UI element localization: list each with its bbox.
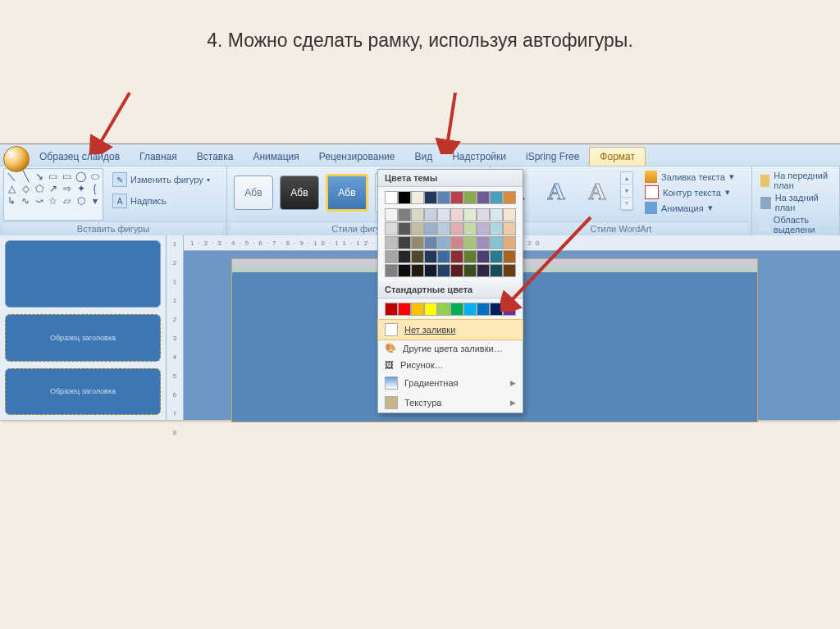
tab-home[interactable]: Главная [130, 148, 187, 166]
wordart-gallery-scroll[interactable]: ▴▾▿ [620, 171, 633, 211]
color-swatch[interactable] [398, 208, 411, 221]
color-swatch[interactable] [463, 250, 477, 263]
color-swatch[interactable] [463, 303, 477, 316]
color-swatch[interactable] [437, 208, 450, 221]
color-swatch[interactable] [398, 236, 411, 249]
tab-animation[interactable]: Анимация [243, 148, 308, 166]
annotation-arrow-left [89, 89, 138, 154]
color-swatch[interactable] [463, 191, 477, 204]
color-swatch[interactable] [398, 222, 411, 235]
color-swatch[interactable] [398, 303, 411, 316]
text-animation-button[interactable]: Анимация ▾ [640, 201, 739, 215]
text-fill-button[interactable]: Заливка текста ▾ [640, 170, 739, 184]
color-swatch[interactable] [463, 264, 477, 277]
color-swatch[interactable] [477, 222, 490, 235]
shapes-gallery[interactable]: ＼╲↘▭▭◯⬭ △◇⬠↗⇨✦{ ↳∿⤻☆▱⬡▾ [3, 168, 103, 221]
color-swatch[interactable] [477, 264, 490, 277]
color-swatch[interactable] [450, 236, 463, 249]
shape-style-gallery[interactable]: Абв Абв Абв ▴▾▿ [231, 168, 391, 217]
tab-review[interactable]: Рецензирование [309, 148, 405, 166]
annotation-arrow-popup [500, 213, 599, 312]
annotation-arrow-middle [435, 89, 476, 154]
color-swatch[interactable] [450, 222, 463, 235]
slide-heading: 4. Можно сделать рамку, используя автофи… [0, 0, 840, 62]
color-swatch[interactable] [411, 236, 424, 249]
color-swatch[interactable] [411, 191, 424, 204]
color-swatch[interactable] [424, 264, 437, 277]
color-swatch[interactable] [385, 250, 398, 263]
color-swatch[interactable] [437, 303, 450, 316]
color-swatch[interactable] [385, 236, 398, 249]
selection-pane-button[interactable]: Область выделени [756, 214, 836, 235]
picture-fill-option[interactable]: 🖼Рисунок… [378, 357, 523, 373]
color-swatch[interactable] [450, 191, 463, 204]
textbox-icon: A [112, 194, 127, 208]
color-swatch[interactable] [385, 303, 398, 316]
bring-to-front-button[interactable]: На передний план [756, 170, 836, 191]
shape-style-1[interactable]: Абв [234, 175, 273, 210]
color-swatch[interactable] [385, 208, 398, 221]
slide-thumbnails-pane[interactable] [0, 235, 167, 420]
gradient-fill-option[interactable]: Градиентная▶ [378, 373, 523, 393]
color-swatch[interactable] [424, 250, 437, 263]
color-swatch[interactable] [424, 303, 437, 316]
gradient-icon [385, 376, 398, 390]
color-swatch[interactable] [437, 236, 450, 249]
wordart-style-3[interactable]: А [579, 174, 615, 208]
color-swatch[interactable] [477, 191, 490, 204]
color-swatch[interactable] [503, 191, 516, 204]
text-box-button[interactable]: AНадпись [107, 191, 216, 211]
color-swatch[interactable] [437, 222, 450, 235]
color-swatch[interactable] [424, 208, 437, 221]
color-swatch[interactable] [437, 250, 450, 263]
color-swatch[interactable] [385, 191, 398, 204]
texture-fill-option[interactable]: Текстура▶ [378, 393, 523, 412]
color-swatch[interactable] [424, 191, 437, 204]
shape-style-2[interactable]: Абв [280, 175, 319, 210]
color-swatch[interactable] [411, 250, 424, 263]
tab-format[interactable]: Формат [589, 147, 646, 166]
texture-icon [385, 396, 398, 409]
color-swatch[interactable] [411, 222, 424, 235]
thumbnail-1[interactable] [5, 240, 161, 308]
tab-ispring[interactable]: iSpring Free [516, 148, 589, 166]
shape-style-3[interactable]: Абв [326, 174, 368, 212]
color-swatch[interactable] [477, 250, 490, 263]
color-swatch[interactable] [490, 191, 503, 204]
color-swatch[interactable] [398, 250, 411, 263]
office-button[interactable] [3, 146, 30, 172]
color-swatch[interactable] [385, 222, 398, 235]
color-swatch[interactable] [450, 264, 463, 277]
color-swatch[interactable] [463, 236, 477, 249]
color-swatch[interactable] [450, 303, 463, 316]
color-swatch[interactable] [477, 236, 490, 249]
color-swatch[interactable] [477, 303, 490, 316]
tab-insert[interactable]: Вставка [187, 148, 244, 166]
color-swatch[interactable] [450, 208, 463, 221]
color-swatch[interactable] [437, 264, 450, 277]
color-swatch[interactable] [424, 236, 437, 249]
wordart-style-2[interactable]: А [538, 174, 574, 208]
thumbnail-2[interactable] [5, 314, 161, 361]
edit-shape-icon: ✎ [112, 172, 127, 187]
color-swatch[interactable] [385, 264, 398, 277]
no-fill-option[interactable]: Нет заливки [377, 319, 523, 340]
thumbnail-3[interactable] [5, 368, 161, 415]
color-swatch[interactable] [424, 222, 437, 235]
color-swatch[interactable] [450, 250, 463, 263]
text-outline-button[interactable]: Контур текста ▾ [640, 185, 739, 200]
color-swatch[interactable] [411, 303, 424, 316]
theme-colors-header: Цвета темы [378, 170, 523, 187]
color-swatch[interactable] [398, 264, 411, 277]
group-label-insert-shapes: Вставить фигуры [3, 221, 223, 235]
color-swatch[interactable] [411, 264, 424, 277]
color-swatch[interactable] [463, 208, 477, 221]
color-swatch[interactable] [437, 191, 450, 204]
edit-shape-button[interactable]: ✎Изменить фигуру ▾ [107, 170, 216, 189]
color-swatch[interactable] [398, 191, 411, 204]
color-swatch[interactable] [463, 222, 477, 235]
more-fill-colors-option[interactable]: 🎨Другие цвета заливки… [378, 340, 523, 357]
color-swatch[interactable] [477, 208, 490, 221]
send-to-back-button[interactable]: На задний план [756, 192, 836, 213]
color-swatch[interactable] [411, 208, 424, 221]
